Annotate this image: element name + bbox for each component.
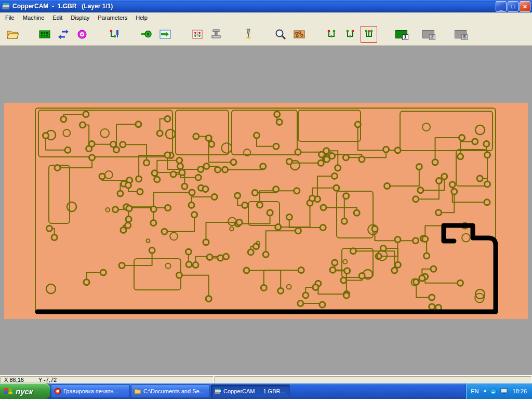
tool-output-icon bbox=[141, 29, 152, 40]
folder-icon bbox=[134, 388, 141, 395]
close-button[interactable]: × bbox=[520, 1, 530, 12]
application-window: CopperCAM - 1.GBR (Layer 1/1) _ □ × File… bbox=[0, 0, 532, 399]
route-b-button[interactable] bbox=[342, 26, 358, 43]
task-label: C:\Documents and Se... bbox=[143, 388, 204, 394]
task-label: CopperCAM - 1.GBR... bbox=[223, 388, 285, 394]
tray-app-icon[interactable] bbox=[490, 388, 497, 395]
minimize-button[interactable]: _ bbox=[496, 1, 507, 12]
board-output-button[interactable] bbox=[157, 26, 174, 43]
menu-parameters[interactable]: Parameters bbox=[94, 13, 131, 22]
transfer-button[interactable] bbox=[55, 26, 72, 43]
tool-disc-icon bbox=[76, 29, 88, 40]
route-b-icon bbox=[344, 29, 356, 40]
coppercam-icon bbox=[214, 388, 221, 395]
start-label: пуск bbox=[16, 387, 33, 396]
windows-flag-icon bbox=[4, 387, 13, 395]
taskbar: пуск Гравировка печатн... C:\Documents a… bbox=[0, 383, 532, 399]
drill-board-icon bbox=[192, 29, 203, 40]
menu-edit[interactable]: Edit bbox=[48, 13, 66, 22]
task-label: Гравировка печатн... bbox=[63, 388, 118, 394]
layer-1-label: 1 bbox=[402, 34, 408, 40]
language-indicator[interactable]: EN bbox=[471, 388, 478, 394]
start-button[interactable]: пуск bbox=[0, 383, 50, 399]
toolbar: 1 2 5 bbox=[0, 23, 532, 46]
coordinates-panel: X 86,16 Y -7,72 bbox=[1, 376, 214, 383]
transfer-arrows-icon bbox=[58, 29, 69, 40]
browser-icon bbox=[54, 388, 61, 395]
layer-2-button[interactable]: 2 bbox=[420, 26, 436, 43]
route-c-button[interactable] bbox=[361, 26, 377, 43]
pcb-gerber-view[interactable] bbox=[4, 103, 528, 319]
route-a-icon bbox=[326, 29, 337, 40]
tray-collapse-icon[interactable]: ◄ bbox=[483, 389, 487, 393]
drill-board-button[interactable] bbox=[189, 26, 206, 43]
workspace-canvas[interactable] bbox=[0, 46, 532, 375]
engrave-cutter-icon bbox=[243, 29, 254, 40]
board-button[interactable] bbox=[36, 26, 53, 43]
clock[interactable]: 18:26 bbox=[512, 388, 527, 394]
status-bar: X 86,16 Y -7,72 bbox=[0, 375, 532, 383]
maximize-button[interactable]: □ bbox=[508, 1, 518, 12]
menu-machine[interactable]: Machine bbox=[19, 13, 49, 22]
coordinate-y: Y -7,72 bbox=[38, 377, 57, 383]
title-bar: CopperCAM - 1.GBR (Layer 1/1) _ □ × bbox=[0, 0, 532, 12]
layer-2-label: 2 bbox=[429, 34, 435, 40]
taskbar-task-engraving[interactable]: Гравировка печатн... bbox=[51, 384, 130, 398]
layer-5-label: 5 bbox=[461, 34, 467, 40]
layer-chip-5-icon: 5 bbox=[455, 30, 467, 38]
window-title: CopperCAM - 1.GBR (Layer 1/1) bbox=[12, 3, 495, 10]
plot-pins-button[interactable] bbox=[106, 26, 123, 43]
coordinate-x: X 86,16 bbox=[4, 377, 24, 383]
app-icon bbox=[2, 2, 10, 10]
zoom-button[interactable] bbox=[272, 26, 289, 43]
tool-output-button[interactable] bbox=[138, 26, 155, 43]
menu-bar: File Machine Edit Display Parameters Hel… bbox=[0, 12, 532, 23]
zoom-icon bbox=[275, 29, 286, 40]
layer-chip-2-icon: 2 bbox=[422, 30, 434, 38]
taskbar-task-explorer[interactable]: C:\Documents and Se... bbox=[131, 384, 210, 398]
plot-pins-icon bbox=[109, 29, 120, 40]
layer-1-button[interactable]: 1 bbox=[393, 26, 409, 43]
board-output-icon bbox=[159, 29, 171, 40]
open-file-icon bbox=[6, 29, 19, 40]
menu-file[interactable]: File bbox=[1, 13, 19, 22]
system-tray: EN ◄ 18:26 bbox=[466, 383, 532, 399]
board-icon bbox=[39, 29, 50, 40]
menu-help[interactable]: Help bbox=[131, 13, 152, 22]
status-spacer-panel bbox=[215, 376, 531, 383]
network-icon[interactable] bbox=[500, 388, 508, 395]
press-button[interactable] bbox=[208, 26, 224, 43]
engrave-button[interactable] bbox=[240, 26, 257, 43]
route-c-icon bbox=[363, 29, 375, 40]
copper-board-icon bbox=[294, 29, 305, 40]
press-icon bbox=[210, 29, 222, 40]
menu-display[interactable]: Display bbox=[66, 13, 94, 22]
tool-disc-button[interactable] bbox=[74, 26, 90, 43]
layer-chip-1-icon: 1 bbox=[395, 30, 407, 38]
open-file-button[interactable] bbox=[4, 26, 21, 43]
route-a-button[interactable] bbox=[323, 26, 340, 43]
layer-5-button[interactable]: 5 bbox=[452, 26, 469, 43]
copper-board-button[interactable] bbox=[291, 26, 308, 43]
taskbar-task-coppercam[interactable]: CopperCAM - 1.GBR... bbox=[211, 384, 290, 398]
